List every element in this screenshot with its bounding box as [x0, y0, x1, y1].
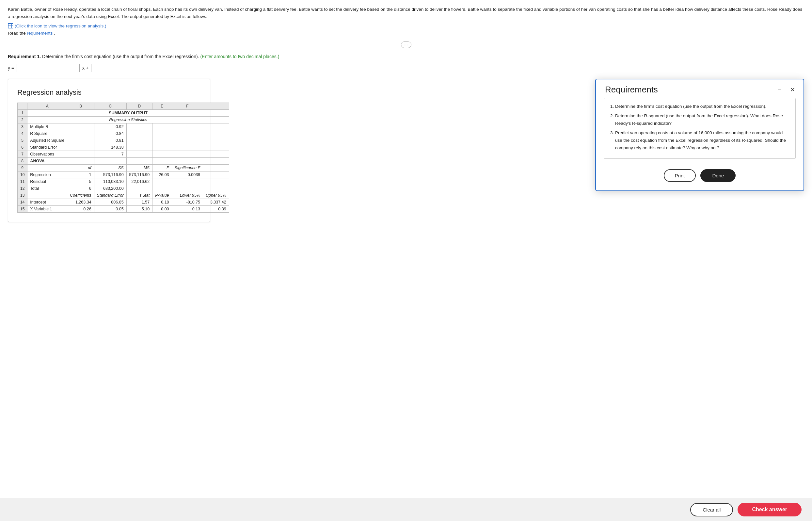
- table-row: 3 Multiple R 0.92: [18, 123, 229, 130]
- req1-desc: Determine the firm's cost equation (use …: [42, 54, 199, 59]
- col-header-F: F: [172, 103, 203, 110]
- req1-label: Requirement 1.: [8, 54, 41, 59]
- table-row: 11 Residual 5 110,083.10 22,016.62: [18, 178, 229, 185]
- requirements-modal: Requirements − ✕ Determine the firm's co…: [595, 79, 804, 191]
- slope-input[interactable]: [17, 64, 80, 72]
- divider-left: [8, 45, 397, 45]
- modal-close-button[interactable]: ✕: [788, 86, 797, 93]
- requirement-item-2: Determine the R-squared (use the output …: [615, 112, 790, 128]
- modal-body: Determine the firm's cost equation (use …: [596, 98, 804, 190]
- grid-icon: [8, 23, 13, 28]
- modal-header: Requirements − ✕: [596, 80, 804, 98]
- read-prefix: Read the: [8, 31, 26, 36]
- col-header-empty: [18, 103, 27, 110]
- regression-card: Regression analysis A B C D E F: [8, 79, 210, 222]
- x-label: x +: [82, 65, 89, 71]
- table-row: 7 Observations 7: [18, 151, 229, 158]
- requirements-list: Determine the firm's cost equation (use …: [609, 103, 790, 152]
- col-header-E: E: [152, 103, 172, 110]
- table-row: 14 Intercept 1,263.34 806.85 1.57 0.18 -…: [18, 199, 229, 206]
- check-answer-button[interactable]: Check answer: [738, 503, 802, 516]
- done-button[interactable]: Done: [700, 169, 736, 182]
- requirement-item-3: Predict van operating costs at a volume …: [615, 129, 790, 152]
- table-row: 9 df SS MS F Significance F: [18, 165, 229, 172]
- modal-minimize-button[interactable]: −: [775, 86, 783, 93]
- col-header-G: [203, 103, 229, 110]
- col-header-D: D: [126, 103, 152, 110]
- requirements-list-box: Determine the firm's cost equation (use …: [604, 98, 796, 159]
- table-row: 5 Adjusted R Square 0.81: [18, 137, 229, 144]
- col-header-B: B: [67, 103, 94, 110]
- table-row: 1 SUMMARY OUTPUT: [18, 110, 229, 117]
- table-row: 10 Regression 1 573,116.90 573,116.90 26…: [18, 172, 229, 178]
- table-row: 8 ANOVA: [18, 158, 229, 165]
- divider-dots: ···: [401, 42, 411, 48]
- icon-link-text: (Click the icon to view the regression a…: [15, 24, 106, 28]
- problem-statement: Karen Battle, owner of Rose Ready, opera…: [8, 7, 802, 19]
- modal-actions: Print Done: [604, 166, 796, 184]
- modal-controls: − ✕: [775, 86, 797, 93]
- table-row: 12 Total 6 683,200.00: [18, 185, 229, 192]
- clear-all-button[interactable]: Clear all: [690, 503, 733, 516]
- requirements-link[interactable]: requirements: [27, 31, 53, 36]
- regression-title: Regression analysis: [17, 88, 201, 97]
- print-button[interactable]: Print: [664, 169, 696, 182]
- problem-text: Karen Battle, owner of Rose Ready, opera…: [8, 6, 804, 20]
- read-suffix: .: [54, 31, 55, 36]
- col-header-A: A: [27, 103, 67, 110]
- modal-title: Requirements: [605, 85, 658, 95]
- equation-row: y = x +: [8, 64, 804, 72]
- divider-row: ···: [8, 42, 804, 48]
- req1-hint: (Enter amounts to two decimal places.): [200, 54, 279, 59]
- requirement-item-1: Determine the firm's cost equation (use …: [615, 103, 790, 110]
- table-row: 15 X Variable 1 0.26 0.05 5.10 0.00 0.13…: [18, 206, 229, 213]
- table-row: 4 R Square 0.84: [18, 130, 229, 137]
- content-area: Regression analysis A B C D E F: [8, 79, 804, 222]
- y-label: y =: [8, 65, 14, 71]
- table-row: 13 Coefficients Standard Error t Stat P-…: [18, 192, 229, 199]
- read-requirements-line: Read the requirements .: [8, 31, 804, 36]
- table-row: 2 Regression Statistics: [18, 117, 229, 123]
- table-row: 6 Standard Error 148.38: [18, 144, 229, 151]
- view-regression-link[interactable]: (Click the icon to view the regression a…: [8, 23, 106, 28]
- requirement-1-title: Requirement 1. Determine the firm's cost…: [8, 54, 804, 59]
- bottom-bar: Clear all Check answer: [0, 498, 812, 521]
- col-header-C: C: [94, 103, 126, 110]
- intercept-input[interactable]: [91, 64, 154, 72]
- main-container: Karen Battle, owner of Rose Ready, opera…: [0, 0, 812, 521]
- excel-table: A B C D E F 1 SUMMARY OUTPUT: [17, 103, 229, 213]
- divider-right: [415, 45, 805, 45]
